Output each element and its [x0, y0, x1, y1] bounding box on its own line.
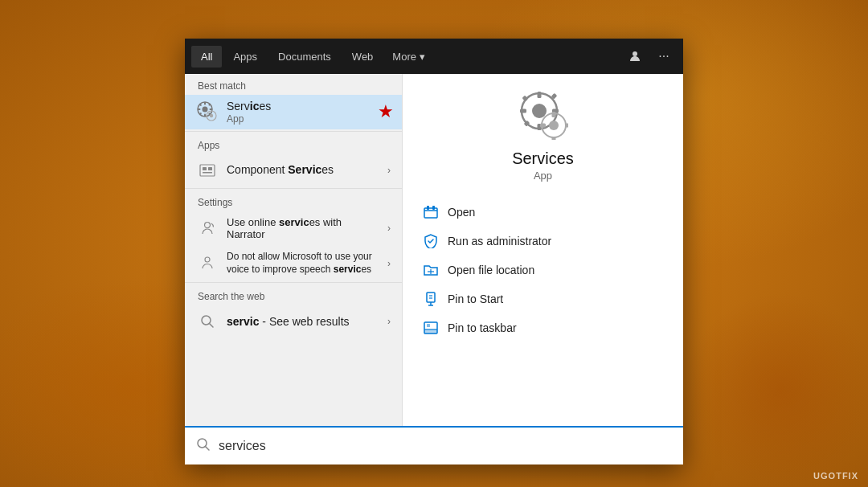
- svg-point-2: [203, 107, 208, 113]
- svg-rect-50: [427, 324, 430, 327]
- web-search-text: servic - See web results: [227, 315, 383, 329]
- voice-title: Do not allow Microsoft to use your voice…: [227, 251, 383, 276]
- narrator-arrow: ›: [387, 223, 391, 234]
- open-file-location-label: Open file location: [448, 264, 534, 276]
- action-list: Open Run as administrator: [403, 198, 683, 342]
- services-icon-large: [518, 90, 568, 143]
- svg-rect-25: [520, 109, 526, 113]
- shield-icon: [422, 232, 440, 250]
- web-search-title: servic - See web results: [227, 315, 383, 329]
- svg-rect-13: [200, 165, 215, 176]
- person-icon-btn[interactable]: [622, 43, 648, 69]
- component-services-item[interactable]: Component Services ›: [185, 154, 402, 186]
- nav-bar: All Apps Documents Web More ▾ ···: [185, 39, 683, 74]
- component-services-arrow: ›: [387, 165, 391, 176]
- run-admin-label: Run as administrator: [448, 235, 551, 248]
- web-search-item[interactable]: servic - See web results ›: [185, 305, 402, 338]
- tab-more[interactable]: More ▾: [384, 46, 433, 68]
- svg-rect-27: [522, 96, 528, 102]
- apps-label: Apps: [185, 133, 402, 154]
- voice-services-item[interactable]: Do not allow Microsoft to use your voice…: [185, 246, 402, 280]
- svg-rect-16: [203, 172, 212, 174]
- svg-rect-38: [427, 206, 429, 210]
- voice-icon: [196, 252, 219, 275]
- pin-start-action[interactable]: Pin to Start: [416, 284, 670, 313]
- web-search-label: Search the web: [185, 284, 402, 305]
- voice-text: Do not allow Microsoft to use your voice…: [227, 251, 383, 276]
- svg-point-32: [549, 121, 559, 130]
- best-match-subtitle: App: [227, 113, 391, 125]
- divider-2: [185, 188, 402, 189]
- search-bar-icon: [196, 437, 211, 455]
- open-icon: [422, 203, 440, 221]
- left-panel: Best match: [185, 74, 402, 426]
- svg-rect-23: [537, 92, 541, 98]
- star-badge: ★: [378, 101, 394, 122]
- pin-taskbar-action[interactable]: Pin to taskbar: [416, 313, 670, 342]
- app-title: Services: [512, 149, 574, 168]
- app-type: App: [534, 170, 552, 182]
- narrator-text: Use online services with Narrator: [227, 216, 383, 241]
- nav-tabs: All Apps Documents Web More ▾: [191, 46, 622, 68]
- tab-web[interactable]: Web: [342, 46, 383, 68]
- svg-rect-34: [551, 137, 555, 140]
- svg-rect-39: [432, 206, 435, 210]
- svg-rect-35: [540, 124, 546, 128]
- divider-3: [185, 282, 402, 283]
- component-services-icon: [196, 159, 219, 182]
- narrator-icon: [196, 217, 219, 239]
- pin-taskbar-icon: [422, 319, 440, 337]
- open-label: Open: [448, 206, 475, 219]
- open-action[interactable]: Open: [416, 198, 670, 227]
- run-admin-action[interactable]: Run as administrator: [416, 227, 670, 256]
- svg-line-52: [206, 447, 210, 451]
- pin-start-icon: [422, 290, 440, 308]
- services-icon-small: [196, 100, 219, 123]
- best-match-text: Services App: [227, 100, 391, 125]
- voice-arrow: ›: [387, 258, 391, 269]
- svg-rect-42: [427, 293, 435, 302]
- svg-rect-36: [565, 124, 568, 128]
- svg-rect-37: [424, 208, 437, 218]
- search-bar: services: [185, 426, 683, 464]
- best-match-label: Best match: [185, 74, 402, 95]
- best-match-item[interactable]: Services App ★: [185, 95, 402, 129]
- search-input[interactable]: services: [219, 439, 672, 453]
- component-services-text: Component Services: [227, 163, 383, 177]
- svg-rect-6: [210, 108, 213, 110]
- nav-icons: ···: [622, 43, 677, 69]
- divider-1: [185, 131, 402, 132]
- tab-all[interactable]: All: [191, 46, 222, 68]
- narrator-title: Use online services with Narrator: [227, 216, 383, 241]
- tab-documents[interactable]: Documents: [268, 46, 341, 68]
- folder-icon: [422, 261, 440, 279]
- pin-start-label: Pin to Start: [448, 293, 503, 305]
- svg-point-18: [205, 257, 210, 262]
- open-file-location-action[interactable]: Open file location: [416, 256, 670, 284]
- svg-point-22: [532, 104, 547, 118]
- tab-apps[interactable]: Apps: [223, 46, 267, 68]
- svg-rect-4: [204, 114, 206, 117]
- svg-rect-14: [203, 167, 207, 170]
- svg-rect-15: [208, 167, 212, 170]
- web-search-arrow: ›: [387, 316, 391, 327]
- more-options-btn[interactable]: ···: [651, 43, 677, 69]
- svg-rect-48: [424, 329, 437, 334]
- web-search-icon: [196, 310, 219, 333]
- main-content: Best match: [185, 74, 683, 426]
- component-services-title: Component Services: [227, 163, 383, 177]
- svg-rect-33: [551, 112, 555, 117]
- narrator-services-item[interactable]: Use online services with Narrator ›: [185, 211, 402, 246]
- best-match-title: Services: [227, 100, 391, 113]
- svg-point-12: [210, 114, 213, 117]
- svg-point-0: [633, 51, 637, 56]
- right-panel: Services App Open: [402, 74, 683, 426]
- svg-line-20: [210, 324, 214, 328]
- svg-rect-5: [198, 108, 201, 110]
- search-window: All Apps Documents Web More ▾ ··· Best m…: [185, 39, 683, 464]
- settings-label: Settings: [185, 190, 402, 211]
- pin-taskbar-label: Pin to taskbar: [448, 321, 517, 334]
- svg-point-17: [205, 223, 211, 228]
- svg-rect-3: [204, 102, 206, 105]
- watermark: UGOTFIX: [813, 471, 858, 481]
